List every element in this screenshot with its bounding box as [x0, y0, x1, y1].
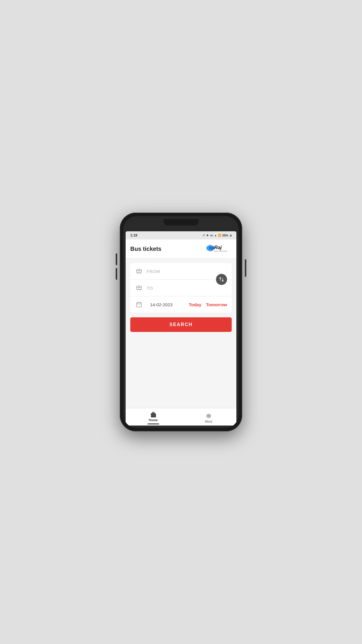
main-content: FROM	[126, 258, 236, 408]
svg-point-24	[209, 415, 210, 416]
app-header: Bus tickets Raj BUS SERVICE	[126, 239, 236, 258]
more-nav-label: More	[205, 420, 212, 423]
date-value[interactable]: 14-02-2023	[150, 302, 189, 307]
home-nav-label: Home	[149, 418, 158, 422]
svg-point-16	[140, 289, 141, 290]
battery-text: 55%	[222, 234, 228, 237]
search-card: FROM	[130, 263, 232, 313]
svg-rect-17	[137, 303, 142, 307]
page-title: Bus tickets	[130, 246, 161, 252]
calendar-icon	[135, 300, 143, 309]
search-button[interactable]: SEARCH	[130, 317, 232, 332]
from-label: FROM	[147, 269, 160, 274]
logo-container: Raj BUS SERVICE	[205, 243, 232, 255]
svg-text:BUS SERVICE: BUS SERVICE	[214, 250, 227, 252]
phone-inner: 1:19 ⏱ ✱ 3G ▲ 📶 55% ◑ Bus tickets	[123, 216, 239, 428]
battery-icon: ◑	[229, 234, 232, 237]
signal-icon: 📶	[218, 234, 221, 237]
status-bar: 1:19 ⏱ ✱ 3G ▲ 📶 55% ◑	[126, 231, 236, 239]
svg-point-3	[209, 245, 211, 246]
clock-icon: ⏱	[203, 234, 205, 237]
svg-point-15	[137, 289, 138, 290]
svg-text:Raj: Raj	[214, 245, 222, 250]
screen: 1:19 ⏱ ✱ 3G ▲ 📶 55% ◑ Bus tickets	[126, 231, 236, 426]
power-button	[245, 259, 246, 277]
home-icon	[150, 411, 157, 418]
bluetooth-icon: ✱	[206, 234, 209, 237]
today-button[interactable]: Today	[189, 302, 201, 307]
date-shortcuts: Today Tomorrow	[189, 302, 227, 307]
swap-button[interactable]	[216, 274, 227, 285]
more-icon	[205, 413, 212, 419]
raj-logo: Raj BUS SERVICE	[205, 243, 232, 255]
swap-icon	[219, 276, 224, 282]
status-time: 1:19	[130, 233, 137, 237]
svg-point-23	[208, 415, 209, 416]
status-icons: ⏱ ✱ 3G ▲ 📶 55% ◑	[203, 234, 232, 237]
from-field-row[interactable]: FROM	[130, 263, 232, 280]
date-row: 14-02-2023 Today Tomorrow	[130, 296, 232, 313]
to-label: TO	[147, 286, 153, 290]
svg-point-4	[211, 245, 213, 247]
to-bus-icon	[135, 284, 143, 292]
nav-home[interactable]: Home	[126, 410, 181, 424]
network-icon: 3G	[210, 234, 213, 237]
volume-down-button	[116, 268, 117, 280]
wifi-icon: ▲	[214, 234, 217, 237]
tomorrow-button[interactable]: Tomorrow	[206, 302, 227, 307]
phone-notch	[164, 219, 198, 225]
svg-point-11	[140, 273, 141, 274]
phone-frame: 1:19 ⏱ ✱ 3G ▲ 📶 55% ◑ Bus tickets	[120, 213, 242, 431]
bottom-nav: Home More	[126, 408, 236, 426]
svg-point-2	[207, 246, 209, 248]
svg-point-10	[137, 273, 138, 274]
from-bus-icon	[135, 267, 143, 275]
nav-indicator	[147, 424, 159, 424]
nav-more[interactable]: More	[181, 411, 236, 423]
volume-up-button	[116, 253, 117, 265]
svg-point-22	[207, 415, 208, 416]
